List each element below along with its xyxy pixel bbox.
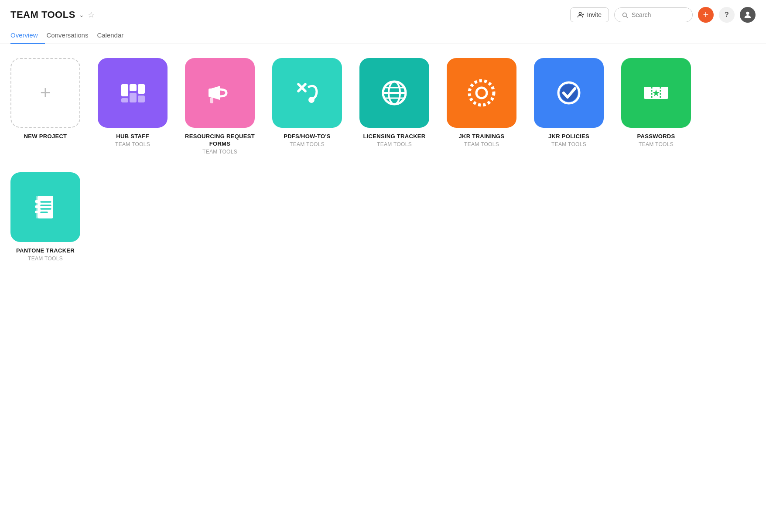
avatar[interactable]: [740, 7, 756, 23]
svg-rect-11: [138, 95, 145, 102]
project-name-resourcing: RESOURCING REQUEST FORMS: [185, 133, 255, 148]
project-name-pantone: PANTONE TRACKER: [16, 247, 75, 255]
help-button[interactable]: ?: [719, 7, 735, 23]
svg-rect-7: [121, 98, 128, 102]
pdfs-icon: [290, 75, 325, 110]
search-icon: [622, 12, 628, 18]
policies-icon: [551, 75, 586, 110]
project-name-new-project: New Project: [24, 133, 67, 140]
project-name-hub-staff: HUB STAFF: [116, 133, 149, 140]
favorite-star-icon[interactable]: ☆: [88, 10, 95, 20]
project-icon-passwords: [621, 58, 691, 128]
svg-rect-13: [210, 97, 213, 103]
project-name-licensing: LICENSING TRACKER: [363, 133, 425, 140]
project-parent-policies: TEAM TOOLS: [551, 141, 586, 147]
project-parent-pdfs: TEAM TOOLS: [290, 141, 325, 147]
svg-rect-12: [209, 89, 212, 97]
add-button[interactable]: +: [698, 7, 714, 23]
project-icon-hub-staff: [98, 58, 168, 128]
svg-point-5: [746, 12, 749, 15]
invite-label: Invite: [587, 11, 602, 18]
tab-overview[interactable]: Overview: [10, 27, 45, 44]
svg-rect-30: [38, 196, 53, 218]
avatar-icon: [743, 10, 752, 20]
project-parent-licensing: TEAM TOOLS: [377, 141, 412, 147]
search-input[interactable]: [632, 11, 684, 18]
tab-calendar[interactable]: Calendar: [95, 27, 130, 44]
header: TEAM TOOLS ⌄ ☆ Invite + ?: [0, 0, 766, 23]
project-item-pdfs[interactable]: PDFs/HOW-TO's TEAM TOOLS: [272, 58, 342, 155]
project-item-pantone[interactable]: PANTONE TRACKER TEAM TOOLS: [10, 172, 80, 262]
resourcing-icon: [202, 75, 237, 110]
svg-point-16: [308, 97, 315, 103]
app-title: TEAM TOOLS: [10, 9, 75, 20]
project-icon-pantone: [10, 172, 80, 242]
project-parent-resourcing: TEAM TOOLS: [202, 149, 237, 155]
project-parent-trainings: TEAM TOOLS: [464, 141, 499, 147]
svg-rect-8: [130, 84, 137, 91]
invite-icon: [578, 11, 585, 18]
dropdown-chevron-icon[interactable]: ⌄: [79, 11, 84, 18]
project-item-hub-staff[interactable]: HUB STAFF TEAM TOOLS: [98, 58, 168, 155]
svg-line-4: [626, 16, 627, 17]
project-icon-trainings: [447, 58, 516, 128]
projects-grid: + New Project HUB STAFF TEAM TOOLS: [10, 58, 756, 262]
header-left: TEAM TOOLS ⌄ ☆: [10, 9, 95, 20]
project-item-trainings[interactable]: JKR TRAININGS TEAM TOOLS: [447, 58, 516, 155]
project-icon-new-project: +: [10, 58, 80, 128]
nav-tabs: Overview Conversations Calendar: [0, 27, 766, 44]
project-item-licensing[interactable]: LICENSING TRACKER TEAM TOOLS: [359, 58, 429, 155]
passwords-icon: [639, 75, 674, 110]
project-parent-hub-staff: TEAM TOOLS: [115, 141, 150, 147]
svg-rect-32: [35, 200, 39, 203]
project-item-resourcing[interactable]: RESOURCING REQUEST FORMS TEAM TOOLS: [185, 58, 255, 155]
svg-rect-33: [35, 205, 39, 208]
project-parent-passwords: TEAM TOOLS: [639, 141, 674, 147]
invite-button[interactable]: Invite: [570, 7, 609, 22]
svg-rect-34: [35, 211, 39, 213]
project-icon-licensing: [359, 58, 429, 128]
svg-point-23: [469, 81, 494, 105]
project-icon-resourcing: [185, 58, 255, 128]
project-item-new-project[interactable]: + New Project: [10, 58, 80, 155]
tab-conversations[interactable]: Conversations: [45, 27, 96, 44]
project-icon-pdfs: [272, 58, 342, 128]
project-parent-pantone: TEAM TOOLS: [28, 256, 63, 262]
svg-point-3: [623, 13, 627, 17]
project-item-policies[interactable]: JKR POLICIES TEAM TOOLS: [534, 58, 604, 155]
project-item-passwords[interactable]: PASSWORDS TEAM TOOLS: [621, 58, 691, 155]
hub-staff-icon: [115, 75, 150, 110]
svg-rect-10: [138, 84, 145, 94]
svg-rect-6: [121, 84, 128, 96]
plus-icon: +: [40, 84, 51, 102]
pantone-icon: [28, 190, 63, 225]
licensing-icon: [377, 75, 412, 110]
search-box[interactable]: [614, 7, 693, 22]
project-name-policies: JKR POLICIES: [548, 133, 589, 140]
trainings-icon: [464, 75, 499, 110]
svg-point-0: [579, 12, 581, 14]
project-name-pdfs: PDFs/HOW-TO's: [284, 133, 331, 140]
project-name-passwords: PASSWORDS: [637, 133, 675, 140]
svg-rect-9: [130, 93, 137, 102]
project-icon-policies: [534, 58, 604, 128]
project-name-trainings: JKR TRAININGS: [458, 133, 504, 140]
svg-point-22: [476, 88, 487, 98]
main-content: + New Project HUB STAFF TEAM TOOLS: [0, 44, 766, 276]
header-right: Invite + ?: [570, 7, 756, 23]
